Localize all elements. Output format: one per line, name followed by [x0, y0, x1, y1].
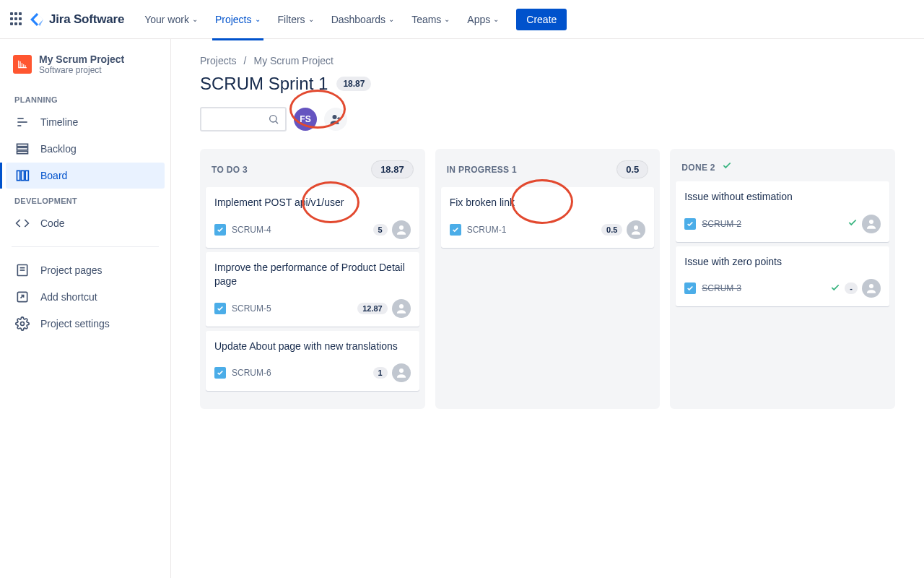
svg-point-22 [869, 220, 873, 224]
task-icon [214, 367, 226, 379]
nav-item-filters[interactable]: Filters⌄ [271, 9, 321, 30]
sidebar-item-backlog[interactable]: Backlog [6, 136, 165, 162]
svg-point-14 [21, 322, 25, 326]
done-check-icon [830, 282, 840, 295]
sidebar-item-code[interactable]: Code [6, 210, 165, 236]
svg-point-21 [634, 225, 638, 230]
chevron-down-icon: ⌄ [192, 15, 198, 23]
nav-item-dashboards[interactable]: Dashboards⌄ [324, 9, 402, 30]
jira-logo[interactable]: Jira Software [29, 12, 124, 27]
svg-rect-8 [25, 171, 28, 180]
nav-item-projects[interactable]: Projects⌄ [208, 9, 268, 30]
task-icon [684, 218, 696, 230]
svg-point-18 [399, 225, 404, 230]
story-points: 0.5 [601, 224, 622, 236]
card-title: Implement POST api/v1/user [214, 196, 411, 210]
add-shortcut-icon [14, 290, 30, 304]
column-title: DONE 2 [681, 160, 732, 173]
nav-item-apps[interactable]: Apps⌄ [460, 9, 506, 30]
nav-item-teams[interactable]: Teams⌄ [404, 9, 457, 30]
svg-point-20 [399, 368, 404, 373]
chevron-down-icon: ⌄ [444, 15, 450, 23]
user-avatar[interactable]: FS [294, 108, 317, 131]
assignee-avatar[interactable] [392, 363, 411, 382]
sidebar-item-project-pages[interactable]: Project pages [6, 257, 165, 283]
svg-point-17 [333, 115, 337, 119]
logo-text: Jira Software [49, 12, 124, 27]
column-in-progress: IN PROGRESS 10.5 Fix broken link SCRUM-1… [435, 149, 661, 409]
assignee-avatar[interactable] [862, 215, 881, 233]
story-points: 12.87 [357, 303, 388, 314]
code-icon [14, 216, 30, 230]
column-points-pill: 0.5 [616, 160, 648, 178]
sprint-points-pill: 18.87 [336, 77, 371, 91]
chevron-down-icon: ⌄ [308, 15, 314, 23]
section-development-label: DEVELOPMENT [6, 189, 165, 210]
toolbar: FS [200, 107, 895, 131]
svg-line-16 [276, 121, 278, 124]
svg-rect-4 [17, 147, 28, 150]
task-icon [214, 224, 226, 236]
task-icon [214, 303, 226, 314]
jira-icon [29, 12, 45, 27]
svg-rect-7 [21, 171, 24, 180]
chevron-down-icon: ⌄ [255, 15, 261, 23]
sidebar-divider [12, 246, 159, 247]
column-title: TO DO 3 [212, 165, 248, 175]
project-settings-icon [14, 316, 30, 331]
sidebar-item-add-shortcut[interactable]: Add shortcut [6, 284, 165, 310]
search-icon [268, 113, 279, 125]
card-title: Issue with zero points [684, 255, 881, 269]
project-icon [13, 55, 32, 74]
column-points-pill: 18.87 [371, 160, 414, 178]
done-check-icon [722, 163, 732, 173]
search-input[interactable] [200, 107, 287, 131]
project-title: My Scrum Project [39, 53, 124, 65]
issue-key: SCRUM-4 [232, 225, 271, 235]
sidebar-item-board[interactable]: Board [6, 163, 165, 189]
svg-rect-5 [17, 151, 28, 153]
story-points: 1 [373, 367, 388, 379]
task-icon [684, 282, 696, 294]
issue-card[interactable]: Fix broken link SCRUM-1 0.5 [441, 187, 655, 248]
section-planning-label: PLANNING [6, 88, 165, 108]
issue-card[interactable]: Issue without estimation SCRUM-2 [676, 181, 889, 242]
card-title: Issue without estimation [684, 190, 881, 204]
column-done: DONE 2 Issue without estimation SCRUM-2 … [670, 149, 895, 409]
story-points: 5 [373, 224, 388, 236]
breadcrumb: Projects / My Scrum Project [200, 55, 895, 66]
issue-key: SCRUM-1 [467, 225, 507, 235]
card-title: Fix broken link [450, 196, 646, 210]
sidebar-item-project-settings[interactable]: Project settings [6, 311, 165, 337]
column-to-do: TO DO 318.87 Implement POST api/v1/user … [200, 149, 425, 409]
svg-rect-6 [17, 171, 20, 180]
project-subtitle: Software project [39, 65, 124, 75]
sidebar-item-timeline[interactable]: Timeline [6, 109, 165, 135]
svg-point-15 [270, 116, 276, 122]
assignee-avatar[interactable] [862, 279, 881, 298]
app-switcher-icon[interactable] [9, 11, 26, 28]
project-pages-icon [14, 263, 30, 277]
board: TO DO 318.87 Implement POST api/v1/user … [200, 149, 895, 409]
assignee-avatar[interactable] [627, 220, 645, 239]
story-points: - [845, 282, 858, 294]
svg-rect-3 [17, 144, 28, 146]
issue-card[interactable]: Implement POST api/v1/user SCRUM-4 5 [206, 187, 419, 248]
issue-card[interactable]: Issue with zero points SCRUM-3 - [676, 246, 889, 307]
timeline-icon [14, 115, 30, 129]
issue-key: SCRUM-2 [702, 219, 741, 229]
project-header[interactable]: My Scrum Project Software project [6, 53, 165, 88]
chevron-down-icon: ⌄ [493, 15, 499, 23]
assignee-avatar[interactable] [392, 220, 411, 239]
create-button[interactable]: Create [516, 9, 567, 30]
issue-card[interactable]: Update About page with new translations … [206, 331, 419, 392]
add-people-button[interactable] [324, 108, 347, 131]
svg-point-19 [399, 304, 404, 309]
assignee-avatar[interactable] [392, 299, 411, 318]
nav-item-your-work[interactable]: Your work⌄ [137, 9, 205, 30]
add-person-icon [329, 113, 342, 126]
issue-card[interactable]: Improve the performance of Product Detai… [206, 252, 419, 327]
issue-key: SCRUM-3 [702, 283, 741, 293]
breadcrumb-project[interactable]: My Scrum Project [253, 55, 333, 66]
breadcrumb-root[interactable]: Projects [200, 55, 237, 66]
